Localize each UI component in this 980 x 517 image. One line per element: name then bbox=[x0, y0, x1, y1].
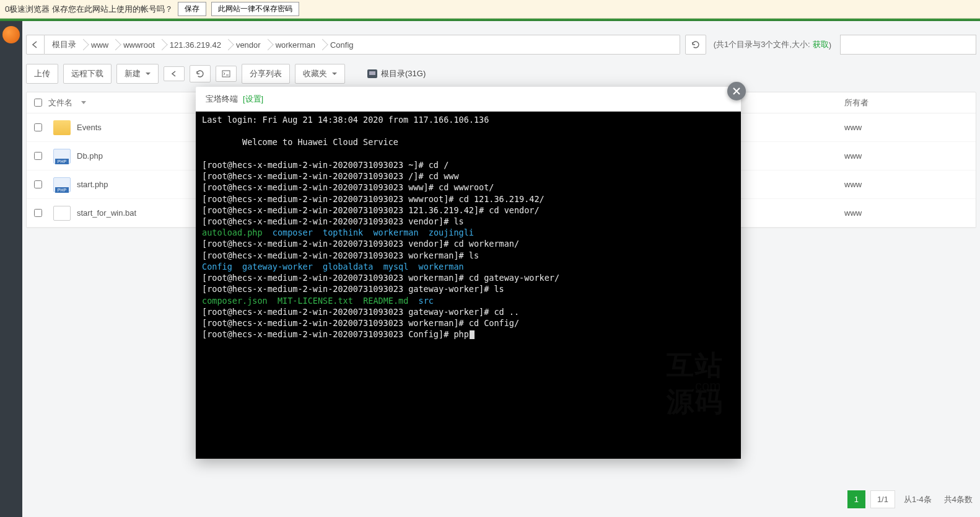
breadcrumb-seg-www[interactable]: www bbox=[84, 35, 116, 54]
breadcrumb-summary: (共1个目录与3个文件,大小: 获取 ) bbox=[714, 35, 831, 55]
back-button[interactable] bbox=[164, 66, 185, 81]
file-name: Events bbox=[77, 123, 102, 132]
disk-label: 根目录(31G) bbox=[381, 68, 426, 79]
arrow-left-icon bbox=[31, 41, 40, 48]
php-file-icon bbox=[53, 149, 71, 164]
sort-caret-icon bbox=[81, 101, 86, 104]
remote-download-button[interactable]: 远程下载 bbox=[63, 64, 112, 84]
arrow-left-icon bbox=[170, 71, 178, 77]
upload-button[interactable]: 上传 bbox=[26, 64, 58, 84]
php-file-icon bbox=[53, 177, 71, 192]
col-name-label[interactable]: 文件名 bbox=[48, 97, 72, 108]
share-list-button[interactable]: 分享列表 bbox=[242, 64, 290, 84]
terminal-settings-link[interactable]: [设置] bbox=[243, 94, 263, 105]
breadcrumb-refresh-button[interactable] bbox=[685, 35, 706, 55]
page-current[interactable]: 1 bbox=[847, 490, 865, 508]
folder-icon bbox=[53, 120, 71, 135]
file-name: start.php bbox=[77, 180, 108, 189]
breadcrumb-seg-workerman[interactable]: workerman bbox=[268, 35, 323, 54]
row-checkbox[interactable] bbox=[34, 180, 42, 188]
breadcrumb-seg-根目录[interactable]: 根目录 bbox=[45, 35, 84, 54]
page-count: 共4条数 bbox=[940, 494, 976, 505]
file-owner: www bbox=[844, 151, 968, 161]
breadcrumb-search-input[interactable] bbox=[840, 35, 976, 55]
terminal-title: 宝塔终端 bbox=[206, 94, 238, 105]
modal-close-button[interactable] bbox=[727, 82, 746, 100]
refresh-icon bbox=[196, 69, 204, 78]
terminal-button[interactable] bbox=[216, 66, 237, 82]
file-owner: www bbox=[844, 123, 968, 132]
page-total: 1/1 bbox=[870, 490, 895, 508]
breadcrumb-bar: 根目录wwwwwwroot121.36.219.42vendorworkerma… bbox=[26, 35, 976, 55]
file-owner: www bbox=[844, 180, 968, 189]
file-icon bbox=[53, 206, 71, 221]
select-all-checkbox[interactable] bbox=[34, 99, 42, 107]
close-icon bbox=[732, 87, 741, 95]
svg-rect-0 bbox=[222, 71, 230, 77]
terminal-output[interactable]: Last login: Fri Aug 21 14:38:04 2020 fro… bbox=[196, 112, 741, 459]
disk-icon bbox=[367, 69, 377, 78]
breadcrumb-get-size-link[interactable]: 获取 bbox=[813, 39, 829, 50]
file-name: start_for_win.bat bbox=[77, 208, 136, 218]
browser-save-bar: 0极速浏览器 保存您在此网站上使用的帐号吗？ 保存 此网站一律不保存密码 bbox=[0, 0, 980, 19]
reload-button[interactable] bbox=[190, 65, 211, 82]
terminal-modal: 宝塔终端 [设置] Last login: Fri Aug 21 14:38:0… bbox=[196, 87, 741, 459]
breadcrumb-segments: 根目录wwwwwwroot121.36.219.42vendorworkerma… bbox=[45, 35, 680, 55]
pagination: 1 1/1 从1-4条 共4条数 bbox=[847, 490, 976, 508]
row-checkbox[interactable] bbox=[34, 152, 42, 160]
refresh-icon bbox=[691, 40, 700, 49]
file-name: Db.php bbox=[77, 151, 103, 161]
breadcrumb-seg-wwwroot[interactable]: wwwroot bbox=[116, 35, 162, 54]
col-owner-label: 所有者 bbox=[844, 97, 968, 108]
page-range: 从1-4条 bbox=[900, 494, 935, 505]
browser-never-save-button[interactable]: 此网站一律不保存密码 bbox=[211, 2, 299, 16]
left-sidebar bbox=[0, 21, 22, 517]
terminal-icon bbox=[222, 70, 230, 77]
disk-usage: 根目录(31G) bbox=[367, 68, 426, 79]
terminal-modal-header: 宝塔终端 [设置] bbox=[196, 87, 741, 112]
row-checkbox[interactable] bbox=[34, 123, 42, 131]
breadcrumb-back-button[interactable] bbox=[26, 35, 45, 55]
breadcrumb-seg-vendor[interactable]: vendor bbox=[229, 35, 268, 54]
browser-save-button[interactable]: 保存 bbox=[178, 2, 206, 16]
row-checkbox[interactable] bbox=[34, 209, 42, 217]
new-button[interactable]: 新建 bbox=[116, 64, 159, 84]
app-logo-icon bbox=[2, 26, 20, 43]
breadcrumb-summary-prefix: (共1个目录与3个文件,大小: bbox=[714, 39, 810, 50]
breadcrumb-seg-Config[interactable]: Config bbox=[323, 35, 361, 54]
breadcrumb-summary-suffix: ) bbox=[829, 40, 831, 50]
file-owner: www bbox=[844, 208, 968, 218]
toolbar: 上传 远程下载 新建 分享列表 收藏夹 根目录(31G) bbox=[26, 63, 976, 84]
browser-prompt-text: 0极速浏览器 保存您在此网站上使用的帐号吗？ bbox=[5, 4, 173, 15]
breadcrumb-seg-121.36.219.42[interactable]: 121.36.219.42 bbox=[162, 35, 229, 54]
favorites-button[interactable]: 收藏夹 bbox=[295, 64, 345, 84]
